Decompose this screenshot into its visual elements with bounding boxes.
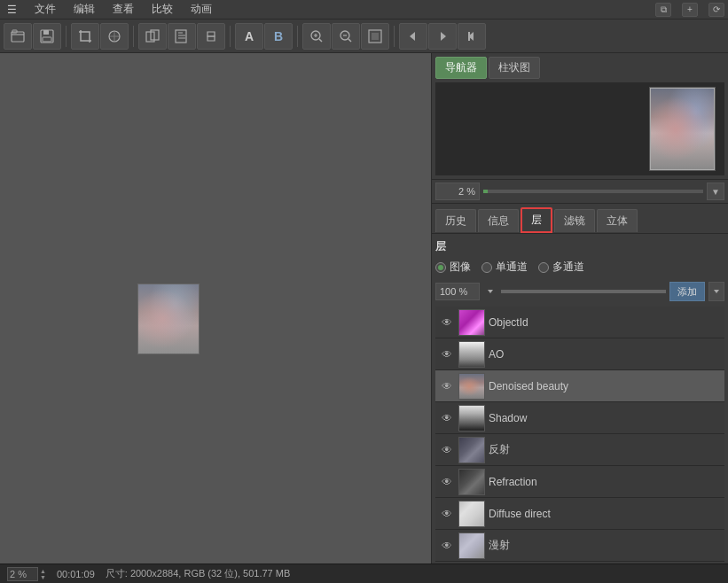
edit-tools: [71, 23, 129, 50]
tab-info[interactable]: 信息: [478, 209, 519, 232]
main-content: 导航器 柱状图 ▼ 历史 信息 层 滤镜 立体: [0, 53, 728, 564]
tab-layers[interactable]: 层: [521, 207, 552, 233]
radio-multi-channel[interactable]: 多通道: [538, 260, 584, 275]
window-btn-2[interactable]: +: [682, 3, 698, 17]
radio-image[interactable]: 图像: [435, 260, 471, 275]
layer-name: AO: [489, 348, 721, 361]
layer-eye-icon[interactable]: 👁: [439, 506, 455, 522]
layer-thumbnail: [458, 341, 485, 368]
zoom-dropdown-button[interactable]: ▼: [707, 183, 724, 200]
status-time: 00:01:09: [57, 569, 95, 579]
layer-thumbnail: [458, 373, 485, 400]
layer-thumbnail: [458, 405, 485, 431]
layers-radio-group: 图像 单通道 多通道: [435, 260, 724, 275]
zoom-out-button[interactable]: [332, 23, 360, 50]
menu-edit[interactable]: 编辑: [70, 0, 98, 19]
color-picker-button[interactable]: [100, 23, 129, 50]
sep-4: [297, 26, 298, 47]
zoom-input[interactable]: [435, 183, 480, 200]
layer-eye-icon[interactable]: 👁: [439, 538, 455, 554]
text-b-button[interactable]: B: [264, 23, 293, 50]
layer-item[interactable]: 👁 Denoised beauty: [435, 370, 724, 402]
opacity-slider[interactable]: [501, 290, 666, 293]
layers-title: 层: [435, 239, 724, 254]
layer-thumbnail: [458, 532, 485, 559]
add-layer-button[interactable]: 添加: [669, 282, 705, 301]
radio-image-circle: [435, 262, 446, 273]
next-button[interactable]: [428, 23, 457, 50]
zoom-control: ▼: [432, 180, 728, 204]
tab-history[interactable]: 历史: [435, 209, 476, 232]
layer-eye-icon[interactable]: 👁: [439, 315, 455, 330]
tab-filters[interactable]: 滤镜: [554, 209, 595, 232]
radio-single-channel-circle: [481, 262, 492, 273]
zoom-down-arrow[interactable]: ▼: [40, 574, 46, 580]
menu-bar: ☰ 文件 编辑 查看 比较 动画 ⧉ + ⟳: [0, 0, 728, 19]
transform-tools: [138, 23, 225, 50]
prev-button[interactable]: [399, 23, 427, 50]
canvas-image-inner: [138, 284, 199, 354]
zoom-fit-button[interactable]: [361, 23, 389, 50]
layer-item[interactable]: 👁 反射: [435, 434, 724, 466]
text-a-button[interactable]: A: [235, 23, 263, 50]
radio-multi-channel-label: 多通道: [552, 260, 584, 275]
layer-eye-icon[interactable]: 👁: [439, 378, 455, 394]
radio-multi-channel-circle: [538, 262, 549, 273]
sep-2: [133, 26, 134, 47]
navigator-preview-rect: [650, 88, 715, 170]
svg-rect-3: [43, 30, 49, 35]
menu-icon: ☰: [4, 2, 20, 18]
layer-item[interactable]: 👁 Refraction: [435, 466, 724, 498]
layer-item[interactable]: 👁 Shadow: [435, 402, 724, 434]
status-zoom-input[interactable]: [7, 567, 38, 581]
window-btn-3[interactable]: ⟳: [708, 3, 724, 17]
sep-1: [66, 26, 67, 47]
layer-list: 👁 ObjectId 👁 AO 👁 Denoised beauty: [435, 307, 724, 562]
radio-single-channel[interactable]: 单通道: [481, 260, 528, 275]
menu-compare[interactable]: 比较: [148, 0, 176, 19]
layer-name: 漫射: [489, 538, 721, 553]
layer-item[interactable]: 👁 AO: [435, 338, 724, 370]
menu-file[interactable]: 文件: [31, 0, 59, 19]
opacity-input[interactable]: [435, 283, 480, 300]
rotate-button[interactable]: [197, 23, 225, 50]
layer-eye-icon[interactable]: 👁: [439, 474, 455, 490]
layer-name: Denoised beauty: [489, 380, 721, 393]
layer-name: Refraction: [489, 476, 721, 488]
radio-image-label: 图像: [450, 260, 471, 275]
resize-button[interactable]: [138, 23, 167, 50]
layer-thumbnail: [458, 309, 485, 336]
zoom-in-button[interactable]: [302, 23, 331, 50]
layer-item[interactable]: 👁 漫射: [435, 530, 724, 562]
layer-eye-icon[interactable]: 👁: [439, 442, 455, 458]
open-button[interactable]: [4, 23, 32, 50]
window-btn-1[interactable]: ⧉: [655, 3, 671, 17]
layer-name: ObjectId: [489, 316, 721, 329]
layer-item[interactable]: 👁 ObjectId: [435, 307, 724, 338]
crop-button[interactable]: [71, 23, 99, 50]
save-button[interactable]: [33, 23, 61, 50]
opacity-stepper[interactable]: [483, 284, 497, 299]
first-button[interactable]: [458, 23, 486, 50]
export-button[interactable]: [168, 23, 196, 50]
ab-tools: A B: [235, 23, 293, 50]
blend-mode-dropdown[interactable]: [708, 282, 724, 301]
tab-navigator[interactable]: 导航器: [435, 57, 487, 79]
menu-view[interactable]: 查看: [109, 0, 137, 19]
tab-stereo[interactable]: 立体: [597, 209, 638, 232]
layer-eye-icon[interactable]: 👁: [439, 410, 455, 426]
status-zoom-stepper[interactable]: ▲ ▼: [40, 568, 46, 580]
layer-eye-icon[interactable]: 👁: [439, 346, 455, 362]
main-toolbar: A B: [0, 19, 728, 53]
canvas-area[interactable]: [0, 53, 431, 564]
menu-animate[interactable]: 动画: [187, 0, 215, 19]
tab-histogram[interactable]: 柱状图: [489, 57, 540, 79]
layer-item[interactable]: 👁 Diffuse direct: [435, 498, 724, 530]
layers-section: 层 图像 单通道 多通道: [432, 234, 728, 564]
svg-rect-0: [12, 32, 24, 42]
zoom-slider[interactable]: [483, 190, 703, 193]
zoom-up-arrow[interactable]: ▲: [40, 568, 46, 574]
svg-rect-13: [468, 32, 470, 41]
zoom-slider-track: [483, 190, 488, 193]
canvas-preview-image: [137, 284, 200, 354]
